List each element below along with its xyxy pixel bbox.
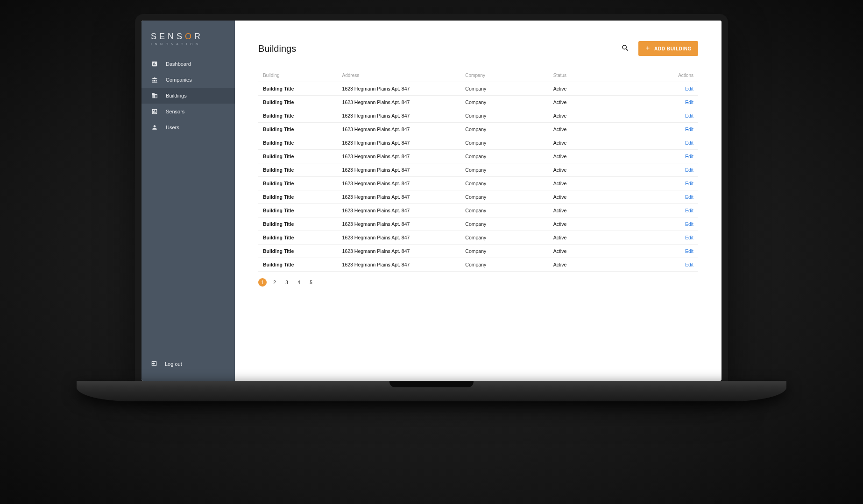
cell-status: Active	[549, 109, 637, 123]
cell-status: Active	[549, 150, 637, 163]
table-row[interactable]: Building Title1623 Hegmann Plains Apt. 8…	[258, 258, 698, 272]
edit-link[interactable]: Edit	[685, 154, 693, 159]
cell-building-title: Building Title	[258, 82, 338, 96]
logout-label: Log out	[165, 361, 182, 367]
cell-company: Company	[460, 217, 548, 231]
table-row[interactable]: Building Title1623 Hegmann Plains Apt. 8…	[258, 136, 698, 150]
edit-link[interactable]: Edit	[685, 126, 693, 132]
table-row[interactable]: Building Title1623 Hegmann Plains Apt. 8…	[258, 190, 698, 204]
cell-status: Active	[549, 177, 637, 190]
cell-building-title: Building Title	[258, 163, 338, 177]
col-building[interactable]: Building	[258, 69, 338, 82]
cell-building-title: Building Title	[258, 217, 338, 231]
sidebar-item-buildings[interactable]: Buildings	[141, 88, 235, 104]
page-4[interactable]: 4	[295, 278, 303, 287]
sidebar-item-companies[interactable]: Companies	[141, 72, 235, 88]
buildings-table: Building Address Company Status Actions …	[258, 69, 698, 272]
col-actions: Actions	[637, 69, 698, 82]
sidebar-item-users[interactable]: Users	[141, 119, 235, 135]
cell-company: Company	[460, 231, 548, 245]
logout-icon	[151, 360, 157, 368]
brand-logo: SENSOR INNOVATION	[141, 29, 235, 56]
header-actions: ADD BUILDING	[619, 41, 698, 56]
page-3[interactable]: 3	[283, 278, 291, 287]
cell-building-title: Building Title	[258, 136, 338, 150]
cell-company: Company	[460, 190, 548, 204]
sidebar-item-label: Users	[166, 125, 179, 130]
edit-link[interactable]: Edit	[685, 235, 693, 240]
table-row[interactable]: Building Title1623 Hegmann Plains Apt. 8…	[258, 231, 698, 245]
edit-link[interactable]: Edit	[685, 248, 693, 254]
app-screen: SENSOR INNOVATION DashboardCompaniesBuil…	[141, 21, 722, 381]
main-content: Buildings ADD BUILDING	[235, 21, 722, 381]
cell-company: Company	[460, 258, 548, 272]
add-building-button[interactable]: ADD BUILDING	[638, 41, 698, 56]
cell-company: Company	[460, 82, 548, 96]
sidebar-item-dashboard[interactable]: Dashboard	[141, 56, 235, 72]
cell-address: 1623 Hegmann Plains Apt. 847	[338, 245, 461, 258]
cell-address: 1623 Hegmann Plains Apt. 847	[338, 109, 461, 123]
sidebar-item-sensors[interactable]: Sensors	[141, 104, 235, 119]
cell-building-title: Building Title	[258, 96, 338, 109]
page-5[interactable]: 5	[307, 278, 315, 287]
col-company[interactable]: Company	[460, 69, 548, 82]
sidebar-item-label: Buildings	[166, 93, 187, 98]
cell-address: 1623 Hegmann Plains Apt. 847	[338, 217, 461, 231]
cell-status: Active	[549, 96, 637, 109]
cell-address: 1623 Hegmann Plains Apt. 847	[338, 150, 461, 163]
dashboard-icon	[151, 60, 158, 68]
search-button[interactable]	[619, 42, 632, 55]
table-row[interactable]: Building Title1623 Hegmann Plains Apt. 8…	[258, 82, 698, 96]
brand-main-accent: O	[185, 32, 194, 41]
page-2[interactable]: 2	[270, 278, 279, 287]
brand-main-pre: SENS	[151, 32, 185, 41]
cell-company: Company	[460, 123, 548, 136]
table-row[interactable]: Building Title1623 Hegmann Plains Apt. 8…	[258, 123, 698, 136]
table-row[interactable]: Building Title1623 Hegmann Plains Apt. 8…	[258, 204, 698, 217]
table-row[interactable]: Building Title1623 Hegmann Plains Apt. 8…	[258, 177, 698, 190]
table-row[interactable]: Building Title1623 Hegmann Plains Apt. 8…	[258, 96, 698, 109]
cell-status: Active	[549, 123, 637, 136]
col-address[interactable]: Address	[338, 69, 461, 82]
table-header-row: Building Address Company Status Actions	[258, 69, 698, 82]
table-row[interactable]: Building Title1623 Hegmann Plains Apt. 8…	[258, 163, 698, 177]
edit-link[interactable]: Edit	[685, 208, 693, 213]
table-row[interactable]: Building Title1623 Hegmann Plains Apt. 8…	[258, 109, 698, 123]
cell-status: Active	[549, 163, 637, 177]
cell-address: 1623 Hegmann Plains Apt. 847	[338, 204, 461, 217]
table-row[interactable]: Building Title1623 Hegmann Plains Apt. 8…	[258, 217, 698, 231]
edit-link[interactable]: Edit	[685, 221, 693, 227]
edit-link[interactable]: Edit	[685, 140, 693, 146]
cell-company: Company	[460, 245, 548, 258]
user-icon	[151, 124, 158, 131]
edit-link[interactable]: Edit	[685, 99, 693, 105]
table-row[interactable]: Building Title1623 Hegmann Plains Apt. 8…	[258, 150, 698, 163]
edit-link[interactable]: Edit	[685, 167, 693, 173]
cell-company: Company	[460, 109, 548, 123]
cell-company: Company	[460, 96, 548, 109]
cell-building-title: Building Title	[258, 258, 338, 272]
cell-building-title: Building Title	[258, 190, 338, 204]
edit-link[interactable]: Edit	[685, 262, 693, 267]
sidebar-item-label: Sensors	[166, 109, 184, 114]
edit-link[interactable]: Edit	[685, 86, 693, 91]
edit-link[interactable]: Edit	[685, 181, 693, 186]
logout-button[interactable]: Log out	[141, 356, 235, 381]
cell-company: Company	[460, 204, 548, 217]
cell-address: 1623 Hegmann Plains Apt. 847	[338, 123, 461, 136]
cell-address: 1623 Hegmann Plains Apt. 847	[338, 177, 461, 190]
laptop-base	[77, 381, 786, 401]
brand-main-post: R	[194, 32, 203, 41]
table-row[interactable]: Building Title1623 Hegmann Plains Apt. 8…	[258, 245, 698, 258]
cell-status: Active	[549, 190, 637, 204]
search-icon	[621, 44, 630, 54]
col-status[interactable]: Status	[549, 69, 637, 82]
pagination: 12345	[258, 278, 698, 287]
cell-status: Active	[549, 231, 637, 245]
edit-link[interactable]: Edit	[685, 113, 693, 119]
plus-icon	[645, 45, 651, 52]
cell-address: 1623 Hegmann Plains Apt. 847	[338, 136, 461, 150]
cell-status: Active	[549, 217, 637, 231]
page-1[interactable]: 1	[258, 278, 267, 287]
edit-link[interactable]: Edit	[685, 194, 693, 200]
